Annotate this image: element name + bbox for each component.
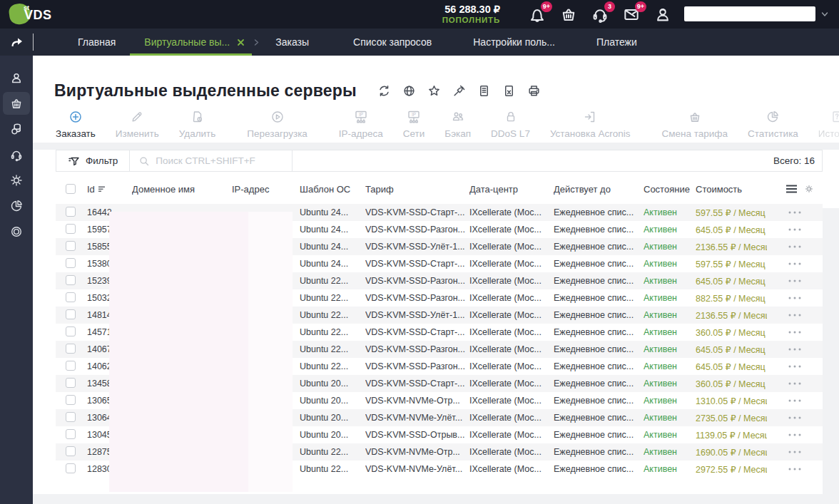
row-menu-icon[interactable] xyxy=(788,228,801,231)
networks-button[interactable]: IP Сети xyxy=(393,110,435,139)
row-checkbox[interactable] xyxy=(66,241,76,251)
row-menu-icon[interactable] xyxy=(788,211,801,214)
mail-button[interactable]: 9+ xyxy=(622,5,641,24)
delete-button[interactable]: Удалить xyxy=(169,110,226,139)
sidebar-item-settings[interactable] xyxy=(0,168,33,193)
tab-virtual-servers[interactable]: Виртуальные вы... xyxy=(130,29,252,56)
row-menu-icon[interactable] xyxy=(788,297,801,299)
row-checkbox[interactable] xyxy=(66,344,76,354)
row-checkbox[interactable] xyxy=(66,309,76,319)
edit-button[interactable]: Изменить xyxy=(106,110,169,139)
row-menu-icon[interactable] xyxy=(788,314,801,317)
row-menu-icon[interactable] xyxy=(788,365,801,368)
row-checkbox[interactable] xyxy=(66,446,76,456)
star-icon[interactable] xyxy=(425,81,444,100)
row-menu-icon[interactable] xyxy=(788,245,801,248)
row-density-icon[interactable] xyxy=(786,185,797,193)
forward-arrow-icon xyxy=(10,36,24,48)
tab-close-icon[interactable] xyxy=(237,38,245,46)
sidebar-item-statistics[interactable] xyxy=(0,193,33,219)
sidebar-item-finance[interactable] xyxy=(0,116,33,142)
ddos-l7-button[interactable]: DDoS L7 xyxy=(481,110,540,139)
row-menu-icon[interactable] xyxy=(788,433,801,436)
filterbar: Фильтр Всего: 16 xyxy=(56,150,823,172)
order-button[interactable]: Заказать xyxy=(46,110,106,139)
column-header-status[interactable]: Состояние xyxy=(644,184,696,195)
install-acronis-button[interactable]: Установка Acronis xyxy=(540,110,641,139)
topup-link[interactable]: ПОПОЛНИТЬ xyxy=(442,16,500,25)
row-menu-icon[interactable] xyxy=(788,348,801,351)
user-name-redacted[interactable] xyxy=(684,6,815,21)
row-menu-icon[interactable] xyxy=(788,451,801,453)
cell-datacenter: IXcellerate (Мос... xyxy=(469,242,554,252)
reboot-button[interactable]: Перезагрузка xyxy=(237,110,317,139)
cell-valid-until: Ежедневное спис... xyxy=(554,413,644,423)
refresh-icon[interactable] xyxy=(375,81,394,100)
print-icon[interactable] xyxy=(525,81,544,100)
history-button[interactable]: История xyxy=(808,110,839,139)
select-all-checkbox[interactable] xyxy=(66,184,76,194)
row-checkbox[interactable] xyxy=(66,463,76,473)
rings-icon xyxy=(9,225,24,239)
row-checkbox[interactable] xyxy=(66,378,76,388)
column-header-ip[interactable]: IP-адрес xyxy=(232,184,300,195)
notifications-button[interactable]: 9+ xyxy=(528,5,546,24)
filter-button[interactable]: Фильтр xyxy=(56,150,129,171)
log-icon[interactable] xyxy=(475,81,494,100)
row-checkbox[interactable] xyxy=(66,207,76,217)
tab-spisok-zaprosov[interactable]: Список запросов xyxy=(339,29,446,56)
row-menu-icon[interactable] xyxy=(788,331,801,334)
export-excel-icon[interactable] xyxy=(500,81,519,100)
column-header-id[interactable]: Id xyxy=(87,184,132,195)
row-checkbox[interactable] xyxy=(66,395,76,405)
globe-icon[interactable] xyxy=(400,81,419,100)
button-label: Сети xyxy=(403,128,425,139)
row-checkbox-cell xyxy=(56,309,87,322)
tab-glavnaya[interactable]: Главная xyxy=(63,29,130,56)
column-header-cost[interactable]: Стоимость xyxy=(696,184,767,195)
column-header-os-template[interactable]: Шаблон ОС xyxy=(300,184,365,195)
row-checkbox[interactable] xyxy=(66,292,76,302)
row-menu-icon[interactable] xyxy=(788,262,801,265)
tabs-nav-arrow[interactable] xyxy=(0,29,33,56)
row-menu-icon[interactable] xyxy=(788,468,801,470)
column-header-datacenter[interactable]: Дата-центр xyxy=(469,184,554,195)
sidebar-item-support[interactable] xyxy=(0,142,33,168)
sidebar-item-services[interactable] xyxy=(0,219,33,245)
backup-button[interactable]: Бэкап xyxy=(434,110,481,139)
row-checkbox[interactable] xyxy=(66,361,76,371)
cell-datacenter: IXcellerate (Мос... xyxy=(469,259,554,269)
support-button[interactable]: 3 xyxy=(591,5,609,24)
firstvds-logo[interactable]: st VDS xyxy=(9,2,78,26)
user-button[interactable] xyxy=(654,5,672,24)
row-menu-icon[interactable] xyxy=(788,416,801,419)
row-menu-icon[interactable] xyxy=(788,279,801,282)
pin-icon[interactable] xyxy=(450,81,469,100)
change-tariff-button[interactable]: Смена тарифа xyxy=(651,110,737,139)
column-header-tariff[interactable]: Тариф xyxy=(365,184,469,195)
statistics-button[interactable]: Статистика xyxy=(738,110,808,139)
column-header-domain[interactable]: Доменное имя xyxy=(132,184,232,195)
sidebar-item-orders[interactable] xyxy=(3,92,30,115)
row-menu-icon[interactable] xyxy=(788,399,801,402)
search-input[interactable] xyxy=(156,155,277,166)
row-checkbox[interactable] xyxy=(66,429,76,439)
row-checkbox[interactable] xyxy=(66,258,76,268)
tab-platezhi[interactable]: Платежи xyxy=(582,29,651,56)
chevron-down-icon[interactable] xyxy=(820,10,829,19)
tab-nastroyki[interactable]: Настройки поль... xyxy=(459,29,569,56)
tab-zakazy[interactable]: Заказы xyxy=(261,29,323,56)
row-checkbox[interactable] xyxy=(66,326,76,336)
row-checkbox[interactable] xyxy=(66,412,76,422)
row-checkbox[interactable] xyxy=(66,224,76,234)
sidebar-item-user[interactable] xyxy=(0,65,33,91)
column-label: Доменное имя xyxy=(132,184,195,195)
ip-addresses-button[interactable]: IP IP-адреса xyxy=(329,110,393,139)
cart-button[interactable] xyxy=(559,5,578,24)
table-settings-gear-icon[interactable] xyxy=(804,184,814,194)
notifications-badge: 9+ xyxy=(541,1,552,12)
cell-datacenter: IXcellerate (Мос... xyxy=(469,464,554,474)
row-menu-icon[interactable] xyxy=(788,382,801,385)
column-header-valid-until[interactable]: Действует до xyxy=(554,184,644,195)
row-checkbox[interactable] xyxy=(66,275,76,285)
